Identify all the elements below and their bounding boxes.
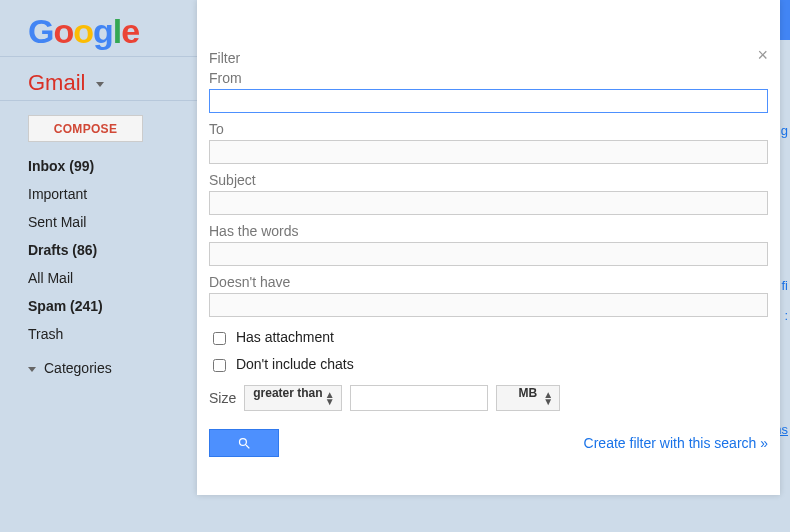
sidebar-item-categories[interactable]: Categories (44, 354, 188, 382)
has-attachment-row: Has attachment (209, 329, 768, 348)
filter-title: Filter (209, 50, 768, 66)
subject-label: Subject (209, 172, 768, 188)
from-input[interactable] (209, 89, 768, 113)
has-words-label: Has the words (209, 223, 768, 239)
has-attachment-checkbox[interactable] (213, 332, 226, 345)
sidebar-item-trash[interactable]: Trash (28, 320, 188, 348)
sidebar-item-important[interactable]: Important (28, 180, 188, 208)
size-row: Size greater than ▲▼ MB ▲▼ (209, 385, 768, 411)
sidebar-item-inbox[interactable]: Inbox (99) (28, 152, 188, 180)
size-value-input[interactable] (350, 385, 488, 411)
dont-include-chats-checkbox[interactable] (213, 359, 226, 372)
bg-text: : (784, 308, 788, 323)
subject-input[interactable] (209, 191, 768, 215)
bg-text: g (781, 123, 788, 138)
sidebar-item-allmail[interactable]: All Mail (28, 264, 188, 292)
panel-top (197, 0, 780, 40)
sidebar-item-spam[interactable]: Spam (241) (28, 292, 188, 320)
google-logo: Google (28, 12, 139, 51)
sidebar-nav: Inbox (99) Important Sent Mail Drafts (8… (28, 152, 188, 382)
to-label: To (209, 121, 768, 137)
divider (0, 100, 197, 101)
search-icon (237, 436, 252, 451)
dont-include-chats-row: Don't include chats (209, 356, 768, 375)
compose-button[interactable]: COMPOSE (28, 115, 143, 142)
stepper-icon: ▲▼ (543, 391, 553, 405)
bg-text: fi (782, 278, 789, 293)
create-filter-link[interactable]: Create filter with this search » (584, 435, 768, 451)
dont-include-chats-label: Don't include chats (236, 356, 354, 372)
doesnt-have-label: Doesn't have (209, 274, 768, 290)
doesnt-have-input[interactable] (209, 293, 768, 317)
to-input[interactable] (209, 140, 768, 164)
from-label: From (209, 70, 768, 86)
caret-down-icon (96, 82, 104, 87)
gmail-brand-label: Gmail (28, 70, 85, 95)
size-label: Size (209, 390, 236, 406)
search-button[interactable] (209, 429, 279, 457)
stepper-icon: ▲▼ (325, 391, 335, 405)
filter-panel: × Filter From To Subject Has the words D… (197, 0, 780, 495)
divider (0, 56, 197, 57)
size-operator-select[interactable]: greater than ▲▼ (244, 385, 341, 411)
panel-footer: Create filter with this search » (209, 429, 768, 457)
close-icon[interactable]: × (757, 46, 768, 64)
sidebar-item-drafts[interactable]: Drafts (86) (28, 236, 188, 264)
has-words-input[interactable] (209, 242, 768, 266)
has-attachment-label: Has attachment (236, 329, 334, 345)
search-button-bg[interactable] (780, 0, 790, 40)
size-unit-select[interactable]: MB ▲▼ (496, 385, 561, 411)
sidebar-item-sent[interactable]: Sent Mail (28, 208, 188, 236)
gmail-brand-dropdown[interactable]: Gmail (28, 70, 104, 96)
